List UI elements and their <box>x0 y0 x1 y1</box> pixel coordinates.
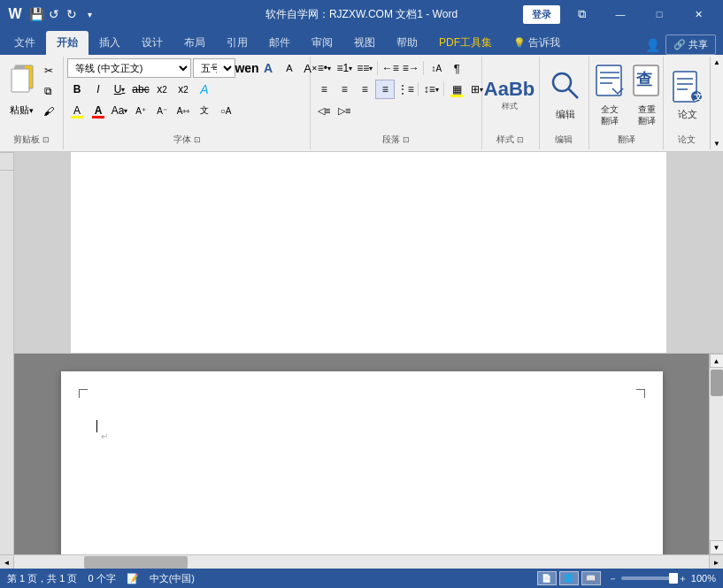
hscroll-left-button[interactable]: ◄ <box>0 555 14 569</box>
svg-text:查: 查 <box>635 71 652 88</box>
line-spacing-button[interactable]: ↕≡ ▾ <box>421 80 441 99</box>
font-size-selector[interactable]: 五号 <box>193 58 235 78</box>
italic-button[interactable]: I <box>88 80 108 99</box>
font-color-button[interactable]: A <box>88 101 108 120</box>
tab-design[interactable]: 设计 <box>131 31 173 55</box>
print-view-button[interactable]: 📄 <box>537 571 557 585</box>
share-button[interactable]: 🔗 共享 <box>665 34 716 55</box>
scroll-thumb[interactable] <box>711 370 723 396</box>
tab-home[interactable]: 开始 <box>46 31 88 55</box>
font-family-selector[interactable]: 等线 (中文正文) <box>67 58 191 78</box>
query-translate-button[interactable]: 查 查重翻译 <box>630 64 664 126</box>
decrease-para-indent-button[interactable]: ◁≡ <box>314 101 334 120</box>
subscript-button[interactable]: x2 <box>152 80 172 99</box>
restore-button[interactable]: □ <box>642 0 677 28</box>
scroll-up-button[interactable]: ▲ <box>710 354 724 368</box>
corner-mark-tr <box>636 389 645 398</box>
char-scale-up-button[interactable]: A⁺ <box>131 101 150 120</box>
decrease-indent-button[interactable]: ←≡ <box>381 58 400 78</box>
multilevel-list-button[interactable]: ≡≡ ▾ <box>355 58 374 78</box>
zoom-thumb[interactable] <box>669 573 678 584</box>
undo-icon[interactable]: ↺ <box>46 6 62 22</box>
login-button[interactable]: 登录 <box>523 5 560 24</box>
zoom-slider[interactable] <box>621 577 674 580</box>
hscroll-right-button[interactable]: ► <box>709 555 723 569</box>
bold-button[interactable]: B <box>67 80 87 99</box>
redo-icon[interactable]: ↻ <box>64 6 80 22</box>
format-paint-button[interactable]: 🖌 <box>40 103 58 120</box>
align-center-button[interactable]: ≡ <box>335 80 354 99</box>
tab-pdf[interactable]: PDF工具集 <box>428 31 503 55</box>
window-mode-button[interactable]: ⧉ <box>564 0 599 28</box>
hscroll-thumb[interactable] <box>84 556 188 569</box>
status-bar: 第 1 页，共 1 页 0 个字 📝 中文(中国) 📄 🌐 📖 － ＋ 100% <box>0 569 723 588</box>
zoom-in-button[interactable]: ＋ <box>678 572 688 585</box>
paragraph-group-label: 段落 ⊡ <box>311 134 481 146</box>
numbered-list-button[interactable]: ≡1 ▾ <box>335 58 354 78</box>
tab-layout[interactable]: 布局 <box>173 31 216 55</box>
font-size-small-button[interactable]: A <box>280 58 299 78</box>
web-view-button[interactable]: 🌐 <box>559 571 579 585</box>
char-spacing-button[interactable]: A⇿ <box>173 101 193 120</box>
tab-references[interactable]: 引用 <box>216 31 258 55</box>
justify-button[interactable]: ≡ <box>375 80 395 99</box>
paste-label: 粘贴▾ <box>10 103 34 117</box>
ribbon-scroll-up[interactable]: ▲ <box>713 58 720 66</box>
page-number-status: 第 1 页，共 1 页 <box>7 572 77 585</box>
tab-insert[interactable]: 插入 <box>88 31 131 55</box>
align-right-button[interactable]: ≡ <box>355 80 374 99</box>
tab-mailing[interactable]: 邮件 <box>258 31 301 55</box>
paragraph-mark: ↵ <box>101 431 108 441</box>
scroll-track[interactable] <box>710 368 724 540</box>
document-page: ↵ <box>61 371 663 554</box>
copy-button[interactable]: ⧉ <box>40 82 58 100</box>
tab-help[interactable]: 帮助 <box>386 31 428 55</box>
font-size-up-icon[interactable]: wen <box>237 58 257 78</box>
more-quick-access-icon[interactable]: ▾ <box>81 6 97 22</box>
tab-review[interactable]: 审阅 <box>301 31 343 55</box>
text-effect-button[interactable]: A <box>195 80 214 99</box>
title-bar: W 💾 ↺ ↻ ▾ 软件自学网：RJZXW.COM 文档1 - Word 登录 … <box>0 0 723 28</box>
close-button[interactable]: ✕ <box>681 0 716 28</box>
bullet-list-button[interactable]: ≡• ▾ <box>314 58 334 78</box>
styles-button[interactable]: AaBb 样式 <box>486 66 534 125</box>
superscript-button[interactable]: x2 <box>173 80 193 99</box>
horizontal-ruler <box>14 152 723 354</box>
document-area[interactable]: ↵ <box>14 354 709 554</box>
paper-group-label: 论文 <box>664 134 709 146</box>
column-layout-button[interactable]: ⋮≡ <box>396 80 415 99</box>
increase-para-indent-button[interactable]: ▷≡ <box>335 101 354 120</box>
tab-tellme[interactable]: 💡告诉我 <box>503 31 571 55</box>
cut-button[interactable]: ✂ <box>40 62 58 80</box>
increase-indent-button[interactable]: ≡→ <box>401 58 420 78</box>
scroll-down-button[interactable]: ▼ <box>710 540 724 554</box>
align-left-button[interactable]: ≡ <box>314 80 334 99</box>
tab-view[interactable]: 视图 <box>343 31 386 55</box>
save-icon[interactable]: 💾 <box>28 6 44 22</box>
ribbon-scroll-down[interactable]: ▼ <box>713 140 720 148</box>
minimize-button[interactable]: — <box>603 0 638 28</box>
shading-button[interactable]: ▦ <box>447 80 466 99</box>
paper-button[interactable]: 文 论文 <box>667 70 708 121</box>
paragraph-marks-button[interactable]: ¶ <box>447 58 466 78</box>
app-icon: W <box>7 6 23 22</box>
horizontal-scroll-area: ◄ ► <box>0 554 723 569</box>
font-size-large-button[interactable]: A <box>258 58 278 78</box>
styles-group: AaBb 样式 样式 ⊡ <box>482 57 540 149</box>
hscroll-track[interactable] <box>14 555 709 569</box>
read-view-button[interactable]: 📖 <box>581 571 601 585</box>
zoom-out-button[interactable]: － <box>608 572 618 585</box>
paste-button[interactable]: 粘贴▾ <box>6 62 38 117</box>
full-translate-button[interactable]: 全文翻译 <box>593 64 627 126</box>
highlight-color-button[interactable]: A <box>67 101 87 120</box>
enclose-button[interactable]: ○A <box>216 101 235 120</box>
case-button[interactable]: Aa ▾ <box>110 101 129 120</box>
find-replace-button[interactable]: 编辑 <box>543 67 588 124</box>
tab-file[interactable]: 文件 <box>4 31 46 55</box>
strikethrough-button[interactable]: abc <box>131 80 150 99</box>
user-area[interactable]: 👤 <box>645 38 660 52</box>
char-scale-down-button[interactable]: A⁻ <box>152 101 172 120</box>
phonetic-button[interactable]: 文 <box>195 101 214 120</box>
sort-button[interactable]: ↕A <box>427 58 446 78</box>
underline-button[interactable]: U ▾ <box>110 80 129 99</box>
